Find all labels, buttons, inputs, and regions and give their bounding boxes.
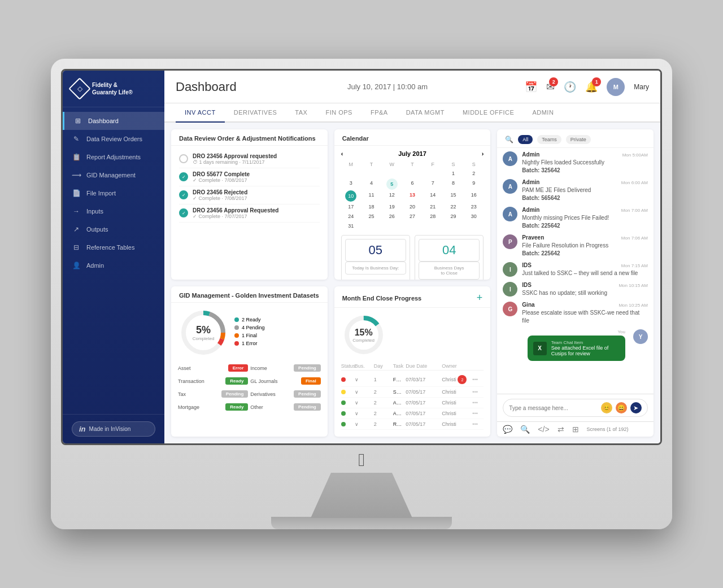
- chat-filter-all[interactable]: All: [518, 135, 533, 144]
- chat-avatar: G: [503, 302, 517, 316]
- chat-message: A AdminMon 7:00 AM Monthly missing Price…: [503, 207, 648, 230]
- output-arrow-icon: ↗: [72, 225, 81, 233]
- calendar-card-title: Calendar: [334, 129, 491, 146]
- sidebar-item-dashboard[interactable]: ⊞ Dashboard: [63, 112, 164, 130]
- monthend-donut-chart: 15% Completed: [341, 312, 386, 358]
- status-dot-green: [341, 400, 346, 405]
- chat-bubble-icon[interactable]: 💬: [503, 425, 512, 434]
- cal-next-btn[interactable]: ›: [482, 150, 484, 157]
- sidebar-nav: ⊞ Dashboard ✎ Data Review Orders 📋 Repor…: [63, 107, 164, 414]
- search-icon[interactable]: 🔍: [505, 136, 513, 143]
- sidebar-item-report-adjustments[interactable]: 📋 Report Adjustments: [63, 148, 164, 166]
- chat-message: P PraveenMon 7:06 AM File Failure Resolu…: [503, 234, 648, 258]
- chat-input-area: 😊 😄 ➤: [497, 394, 654, 421]
- sidebar-item-data-review-orders[interactable]: ✎ Data Review Orders: [63, 130, 164, 148]
- chat-message-you: You X Team Chat Item See attached Excel …: [503, 329, 648, 361]
- avatar[interactable]: M: [607, 78, 625, 96]
- task-row[interactable]: ∨ 2 Amortization of revolver... 07/05/17…: [341, 408, 484, 419]
- send-button[interactable]: ➤: [630, 402, 642, 413]
- chat-card-title: 🔍 All Teams Private: [497, 129, 654, 148]
- screens-label: Screens (1 of 192): [587, 426, 629, 432]
- gid-donut-chart: 5% Completed: [178, 307, 229, 358]
- gid-card-title: GID Management - Golden Investment Datas…: [171, 286, 328, 303]
- arrows-icon: ⟿: [72, 171, 81, 179]
- page-title: Dashboard: [176, 80, 237, 94]
- clock-icon[interactable]: 🕐: [564, 81, 576, 93]
- dro-item[interactable]: ✓ DRO 23456 Rejected ✓ Complete · 7/08/2…: [179, 186, 320, 204]
- cal-prev-btn[interactable]: ‹: [341, 150, 343, 157]
- monitor-base: [271, 517, 452, 529]
- calendar-grid: M T W T F S S: [341, 160, 484, 230]
- dro-item[interactable]: ✓ DRO 55677 Complete ✓ Complete · 7/08/2…: [179, 168, 320, 186]
- sidebar: Fidelity & Guaranty Life® ⊞ Dashboard ✎ …: [63, 71, 164, 443]
- sidebar-item-file-import[interactable]: 📄 File Import: [63, 184, 164, 202]
- sidebar-item-reference-tables[interactable]: ⊟ Reference Tables: [63, 238, 164, 256]
- user-icon: 👤: [72, 262, 81, 269]
- chat-avatar: A: [503, 207, 517, 221]
- chat-message: G GinaMon 10:25 AM Please escalate issue…: [503, 302, 648, 325]
- sidebar-item-inputs[interactable]: → Inputs: [63, 202, 164, 220]
- notification-icon[interactable]: 🔔 1: [585, 81, 598, 93]
- tab-middle-office[interactable]: MIDDLE OFFICE: [454, 103, 523, 123]
- chat-messages: A AdminMon 5:00AM Nightly Files loaded S…: [497, 148, 654, 394]
- today-stat: 05 Today Is Business Day:: [341, 235, 410, 280]
- notification-badge: 1: [592, 77, 601, 86]
- task-row[interactable]: ∨ 2 Senior Note loan interest... 07/05/1…: [341, 387, 484, 398]
- status-dot-green: [341, 411, 346, 416]
- screens-icon[interactable]: ⊞: [572, 425, 579, 434]
- emoji-button[interactable]: 😊: [601, 402, 612, 413]
- tab-navigation: INV ACCT DERIVATIVES TAX FIN OPS FP&A DA…: [164, 103, 660, 123]
- chat-code-icon[interactable]: </>: [538, 425, 549, 434]
- tab-admin[interactable]: ADMIN: [523, 103, 563, 123]
- calendar-icon[interactable]: 📅: [525, 81, 537, 93]
- dro-status-complete: ✓: [179, 172, 188, 181]
- chat-message: I IDSMon 10:15 AM SSKC has no update; st…: [503, 282, 648, 297]
- status-dot-yellow: [341, 390, 346, 394]
- pencil-icon: ✎: [72, 135, 81, 143]
- add-task-button[interactable]: +: [477, 292, 483, 304]
- sidebar-item-gid-management[interactable]: ⟿ GID Management: [63, 166, 164, 184]
- status-dot-red: [341, 377, 346, 382]
- logo-text: Fidelity & Guaranty Life®: [92, 81, 133, 96]
- calendar-card: Calendar ‹ July 2017 › M T W T: [334, 129, 491, 280]
- sidebar-item-outputs[interactable]: ↗ Outputs: [63, 220, 164, 238]
- gif-button[interactable]: 😄: [616, 402, 627, 413]
- chat-avatar: I: [503, 262, 517, 277]
- dro-item[interactable]: ✓ DRO 23456 Approval Requested ✓ Complet…: [179, 204, 320, 223]
- dro-item[interactable]: DRO 23456 Approval requested ⏱ 1 days re…: [179, 150, 320, 168]
- tab-inv-acct[interactable]: INV ACCT: [176, 103, 225, 123]
- chat-filter-private[interactable]: Private: [566, 135, 591, 144]
- task-table: Status Bus. Day Task Due Date Owner: [341, 362, 484, 432]
- tab-fpa[interactable]: FP&A: [362, 103, 397, 123]
- dro-status-complete: ✓: [179, 190, 188, 199]
- chat-avatar: A: [503, 179, 517, 194]
- chat-search-icon[interactable]: 🔍: [520, 425, 530, 434]
- tab-tax[interactable]: TAX: [286, 103, 316, 123]
- chat-bottom-bar: 💬 🔍 </> ⇄ ⊞ Screens (1 of 192): [497, 421, 654, 437]
- tab-fin-ops[interactable]: FIN OPS: [316, 103, 362, 123]
- chat-share-icon[interactable]: ⇄: [558, 425, 564, 434]
- chat-message: A AdminMon 5:00AM Nightly Files loaded S…: [503, 151, 648, 175]
- chat-input[interactable]: [509, 405, 598, 411]
- tab-derivatives[interactable]: DERIVATIVES: [225, 103, 286, 123]
- task-row[interactable]: ∨ 2 Revolver interest expense... 07/05/1…: [341, 419, 484, 430]
- dro-card: Data Review Order & Adjustment Notificat…: [171, 129, 328, 280]
- mail-icon[interactable]: ✉ 2: [546, 81, 555, 93]
- monthend-card: Month End Close Progress +: [334, 286, 491, 437]
- chat-filter-teams[interactable]: Teams: [537, 135, 561, 144]
- task-row[interactable]: ∨ 2 Amortization of Nmura... 07/05/17 Ch…: [341, 398, 484, 408]
- excel-attachment[interactable]: X Team Chat Item See attached Excel file…: [528, 336, 625, 361]
- dashboard-grid: Data Review Order & Adjustment Notificat…: [164, 123, 660, 443]
- monthend-card-title: Month End Close Progress +: [334, 286, 491, 308]
- apple-logo: : [358, 450, 365, 471]
- header-actions: 📅 ✉ 2 🕐 🔔 1 M Mary: [525, 78, 649, 96]
- file-icon: 📄: [72, 189, 81, 197]
- dro-status-complete: ✓: [179, 208, 188, 217]
- chat-avatar: I: [503, 282, 517, 297]
- task-row[interactable]: ∨ 1 FGL Dividend 07/03/17 Christi 2 •••: [341, 373, 484, 387]
- sidebar-item-admin[interactable]: 👤 Admin: [63, 256, 164, 275]
- chat-message: I IDSMon 7:15 AM Just talked to SSKC – t…: [503, 262, 648, 277]
- dro-list: DRO 23456 Approval requested ⏱ 1 days re…: [171, 146, 328, 280]
- input-arrow-icon: →: [72, 207, 81, 215]
- tab-data-mgmt[interactable]: DATA MGMT: [397, 103, 454, 123]
